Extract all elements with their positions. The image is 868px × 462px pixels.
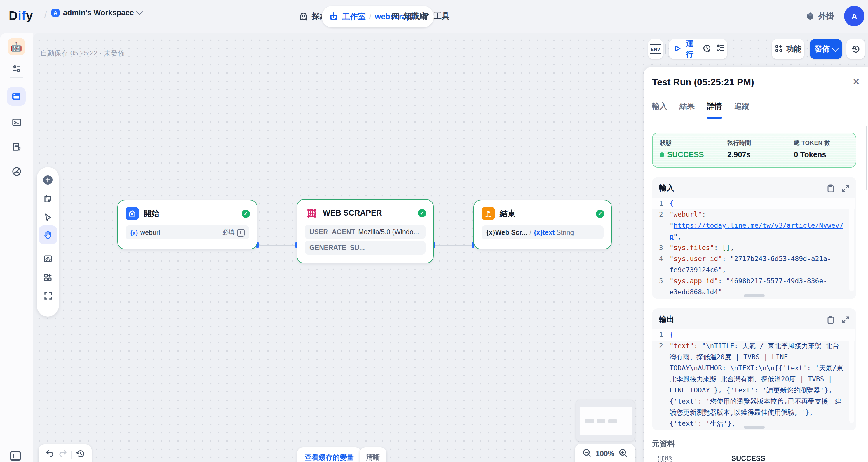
zoom-in-icon[interactable]: [619, 448, 628, 459]
success-check-icon: ✓: [242, 209, 250, 218]
version-history-icon[interactable]: [76, 449, 85, 461]
tool-divider: [42, 207, 53, 207]
input-block-header: 輸入: [652, 177, 856, 197]
logs-icon[interactable]: [7, 139, 26, 154]
horizontal-scroll-thumb[interactable]: [744, 426, 765, 429]
output-code-area[interactable]: 1{2"text": "\nTITLE: 天氣 / 東北季風接力來襲 北台灣有雨…: [652, 329, 855, 428]
logo-if: if: [18, 9, 26, 22]
env-icon: ENV: [650, 45, 661, 54]
run-button-group: 運行: [669, 39, 727, 59]
fit-view-button[interactable]: [37, 289, 59, 302]
close-icon[interactable]: ✕: [852, 77, 860, 86]
zoom-controls: 100%: [575, 444, 635, 462]
app-robot-avatar[interactable]: 🤖: [8, 38, 25, 56]
panel-scrollbar[interactable]: [866, 125, 867, 190]
tool-divider: [42, 248, 53, 248]
expand-icon[interactable]: [842, 184, 849, 192]
node-scraper-row-user-agent[interactable]: USER_AGENT Mozilla/5.0 (Windo...: [305, 225, 426, 239]
node-end-output-row[interactable]: {x}Web Scr... / {x}text String: [482, 226, 603, 239]
autosave-status: 自動保存 05:25:22 · 未發佈: [40, 49, 125, 58]
import-dsl-button[interactable]: [37, 252, 59, 266]
sliders-icon[interactable]: [7, 61, 26, 76]
user-avatar[interactable]: A: [844, 6, 865, 26]
output-type: String: [556, 229, 574, 236]
panel-tabs: 輸入 結果 詳情 追蹤: [652, 101, 749, 119]
minimap-viewport: [580, 407, 632, 435]
node-start-variable-row[interactable]: {x} weburl 必填T: [125, 226, 249, 239]
hand-icon: [43, 230, 53, 239]
status-column: 狀態 SUCCESS: [660, 139, 704, 159]
minimap-node: [585, 420, 594, 423]
expand-icon[interactable]: [842, 316, 849, 323]
node-end[interactable]: 結束 ✓ {x}Web Scr... / {x}text String: [473, 200, 612, 250]
text-type-icon: T: [237, 229, 245, 236]
node-start[interactable]: 開始 ✓ {x} weburl 必填T: [117, 200, 257, 250]
param-value: Mozilla/5.0 (Windo...: [358, 228, 419, 235]
status-dot: [660, 152, 664, 157]
add-node-button[interactable]: [37, 173, 59, 187]
checklist-icon[interactable]: [716, 44, 725, 55]
run-button[interactable]: 運行: [686, 38, 693, 60]
required-flag: 必填T: [222, 228, 245, 236]
metadata-title: 元資料: [652, 439, 675, 449]
play-icon[interactable]: [674, 44, 681, 54]
collapse-sidebar-icon[interactable]: [10, 451, 21, 462]
minimap[interactable]: [576, 400, 635, 441]
left-sidebar: 🤖: [0, 33, 33, 462]
success-check-icon: ✓: [418, 209, 426, 217]
nav-plugins-label: 外掛: [818, 11, 834, 22]
nav-plugins[interactable]: 外掛: [806, 0, 834, 33]
tab-result[interactable]: 結果: [679, 101, 694, 119]
node-scraper-header: WEB SCRAPER ✓: [297, 200, 433, 223]
features-button[interactable]: 功能: [772, 39, 804, 59]
output-code-block: 輸出 1{2"text": "\nTITLE: 天氣 / 東北季風接力來襲 北台…: [652, 308, 856, 430]
node-scraper-row-generate-summary[interactable]: GENERATE_SU...: [305, 241, 426, 255]
history-controls: [38, 444, 92, 462]
status-label: 狀態: [660, 139, 704, 147]
sidebar-item-orchestrate[interactable]: [7, 87, 26, 106]
monitoring-gauge-icon[interactable]: [7, 164, 26, 179]
dify-logo[interactable]: Dify: [9, 9, 33, 23]
horizontal-scroll-thumb[interactable]: [744, 294, 765, 297]
copy-icon[interactable]: [827, 184, 835, 193]
workflow-history-button[interactable]: [846, 39, 865, 59]
run-status-card: 狀態 SUCCESS 執行時間 2.907s 總 TOKEN 數 0 Token…: [652, 133, 856, 168]
cube-icon: [806, 12, 815, 21]
workspace-selector[interactable]: A admin's Workspace: [51, 8, 142, 17]
nav-studio-label: 工作室: [342, 11, 366, 22]
tab-tracing[interactable]: 追蹤: [734, 101, 749, 119]
terminal-icon[interactable]: [7, 114, 26, 130]
edge-start-to-scraper: [258, 245, 298, 246]
metadata-status-row: 狀態 SUCCESS: [658, 454, 765, 462]
variable-badge: {x}: [130, 229, 138, 236]
pointer-tool-button[interactable]: [37, 210, 59, 224]
hand-tool-button[interactable]: [38, 226, 57, 244]
tokens-label: 總 TOKEN 數: [794, 139, 830, 147]
zoom-level[interactable]: 100%: [596, 450, 614, 458]
test-run-panel: Test Run (05:25:21 PM) ✕ 輸入 結果 詳情 追蹤 狀態 …: [644, 67, 868, 462]
env-variables-button[interactable]: ENV: [648, 39, 663, 59]
output-sep: /: [529, 229, 531, 236]
nav-tools[interactable]: 工具: [422, 0, 450, 33]
tab-input[interactable]: 輸入: [652, 101, 667, 119]
ghost-icon: [299, 12, 308, 21]
publish-button[interactable]: 發佈: [810, 39, 842, 59]
nav-tools-label: 工具: [434, 11, 450, 22]
node-start-header: 開始 ✓: [118, 200, 257, 224]
undo-icon[interactable]: [45, 449, 55, 461]
clear-button[interactable]: 清晰: [360, 447, 386, 462]
copy-icon[interactable]: [827, 315, 835, 324]
zoom-out-icon[interactable]: [582, 448, 591, 459]
view-cached-variables-button[interactable]: 查看緩存的變量: [297, 447, 361, 462]
topbar-divider: /: [44, 9, 47, 20]
tab-detail[interactable]: 詳情: [707, 101, 722, 119]
redo-icon[interactable]: [58, 449, 68, 461]
run-history-icon[interactable]: [703, 44, 712, 55]
metadata-value: SUCCESS: [732, 454, 765, 462]
input-code-area[interactable]: 1{2"weburl": "https://today.line.me/tw/v…: [652, 198, 855, 296]
node-web-scraper[interactable]: WEB SCRAPER ✓ USER_AGENT Mozilla/5.0 (Wi…: [297, 199, 434, 263]
organize-blocks-button[interactable]: [37, 270, 59, 284]
panel-title: Test Run (05:25:21 PM): [652, 77, 754, 88]
elapsed-value: 2.907s: [727, 150, 751, 159]
add-note-button[interactable]: [37, 192, 59, 206]
